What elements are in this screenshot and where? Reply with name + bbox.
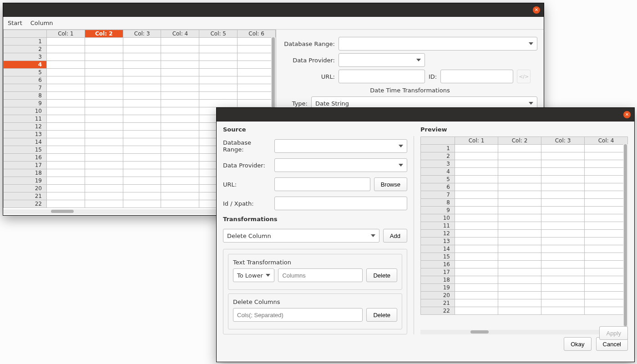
- cell[interactable]: [498, 183, 541, 191]
- dlg-data-provider-select[interactable]: [274, 158, 407, 172]
- cell[interactable]: [85, 185, 123, 192]
- cell[interactable]: [585, 238, 628, 245]
- row-header[interactable]: 4: [421, 168, 455, 176]
- close-icon[interactable]: ✕: [623, 111, 631, 118]
- row-header[interactable]: 6: [421, 183, 455, 191]
- row-header[interactable]: 10: [421, 214, 455, 222]
- row-header[interactable]: 13: [4, 131, 47, 138]
- cell[interactable]: [47, 123, 85, 131]
- column-header[interactable]: Col: 1: [455, 137, 498, 145]
- cell[interactable]: [161, 61, 199, 69]
- cell[interactable]: [199, 76, 238, 84]
- row-header[interactable]: 12: [421, 230, 455, 238]
- cell[interactable]: [541, 238, 585, 245]
- row-header[interactable]: 5: [4, 69, 47, 76]
- cell[interactable]: [85, 46, 123, 53]
- cell[interactable]: [498, 199, 541, 207]
- row-header[interactable]: 16: [4, 154, 47, 162]
- dlg-url-input[interactable]: [274, 177, 370, 191]
- column-header[interactable]: Col: 5: [199, 30, 238, 38]
- cell[interactable]: [585, 145, 628, 152]
- cell[interactable]: [47, 92, 85, 100]
- cell[interactable]: [498, 253, 541, 261]
- cell[interactable]: [455, 245, 498, 253]
- row-header[interactable]: 17: [421, 268, 455, 276]
- cell[interactable]: [585, 176, 628, 183]
- cell[interactable]: [455, 145, 498, 152]
- cell[interactable]: [585, 207, 628, 214]
- cell[interactable]: [455, 214, 498, 222]
- cell[interactable]: [498, 268, 541, 276]
- cell[interactable]: [541, 176, 585, 183]
- column-header[interactable]: Col: 6: [238, 30, 276, 38]
- menu-column[interactable]: Column: [30, 20, 53, 26]
- row-header[interactable]: 16: [421, 261, 455, 268]
- cell[interactable]: [585, 214, 628, 222]
- cell[interactable]: [123, 138, 161, 146]
- cell[interactable]: [161, 177, 199, 185]
- cell[interactable]: [585, 299, 628, 307]
- row-header[interactable]: 9: [4, 100, 47, 107]
- cell[interactable]: [541, 145, 585, 152]
- cell[interactable]: [238, 61, 276, 69]
- cell[interactable]: [161, 131, 199, 138]
- cell[interactable]: [161, 146, 199, 154]
- cell[interactable]: [455, 160, 498, 168]
- cell[interactable]: [238, 84, 276, 92]
- column-header[interactable]: Col: 3: [123, 30, 161, 38]
- cell[interactable]: [161, 53, 199, 61]
- row-header[interactable]: 3: [4, 53, 47, 61]
- cell[interactable]: [238, 46, 276, 53]
- data-provider-select[interactable]: [339, 53, 425, 67]
- row-header[interactable]: 4: [4, 61, 47, 69]
- cell[interactable]: [161, 200, 199, 208]
- cell[interactable]: [585, 292, 628, 299]
- preview-hscrollbar[interactable]: [420, 330, 628, 334]
- cell[interactable]: [85, 200, 123, 208]
- cell[interactable]: [123, 46, 161, 53]
- cell[interactable]: [123, 38, 161, 46]
- cell[interactable]: [85, 38, 123, 46]
- cell[interactable]: [85, 162, 123, 169]
- preview-vscrollbar[interactable]: [623, 144, 628, 330]
- row-header[interactable]: 18: [4, 169, 47, 177]
- cell[interactable]: [85, 53, 123, 61]
- cell[interactable]: [47, 76, 85, 84]
- cell[interactable]: [47, 115, 85, 123]
- cell[interactable]: [498, 214, 541, 222]
- cell[interactable]: [47, 154, 85, 162]
- cell[interactable]: [498, 145, 541, 152]
- cell[interactable]: [455, 238, 498, 245]
- row-header[interactable]: 21: [421, 299, 455, 307]
- cell[interactable]: [455, 253, 498, 261]
- cell[interactable]: [541, 276, 585, 284]
- cell[interactable]: [585, 199, 628, 207]
- cell[interactable]: [123, 200, 161, 208]
- cell[interactable]: [47, 146, 85, 154]
- cell[interactable]: [85, 76, 123, 84]
- cell[interactable]: [585, 183, 628, 191]
- row-header[interactable]: 14: [4, 138, 47, 146]
- cell[interactable]: [85, 61, 123, 69]
- cell[interactable]: [498, 168, 541, 176]
- cell[interactable]: [123, 115, 161, 123]
- cell[interactable]: [585, 307, 628, 315]
- cell[interactable]: [498, 222, 541, 230]
- cell[interactable]: [85, 154, 123, 162]
- row-header[interactable]: 12: [4, 123, 47, 131]
- cell[interactable]: [161, 92, 199, 100]
- row-header[interactable]: 2: [4, 46, 47, 53]
- row-header[interactable]: 5: [421, 176, 455, 183]
- cell[interactable]: [498, 299, 541, 307]
- cell[interactable]: [455, 152, 498, 160]
- id-xpath-input[interactable]: [274, 197, 407, 210]
- main-titlebar[interactable]: ✕: [3, 3, 544, 17]
- db-range-select[interactable]: [339, 37, 537, 51]
- cell[interactable]: [85, 169, 123, 177]
- cell[interactable]: [85, 177, 123, 185]
- row-header[interactable]: 15: [4, 146, 47, 154]
- cell[interactable]: [123, 61, 161, 69]
- cell[interactable]: [47, 169, 85, 177]
- cell[interactable]: [541, 191, 585, 199]
- cell[interactable]: [47, 138, 85, 146]
